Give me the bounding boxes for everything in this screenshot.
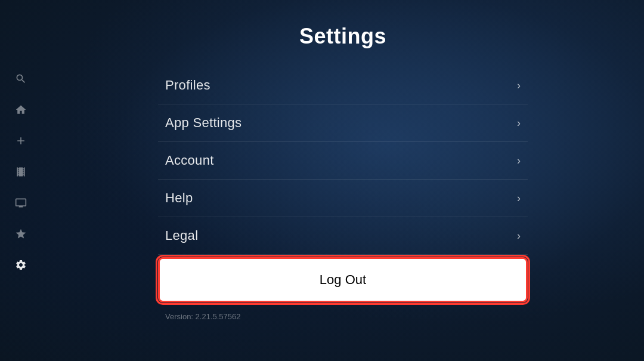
search-icon[interactable] xyxy=(14,72,28,86)
help-menu-item[interactable]: Help › xyxy=(158,180,528,217)
account-label: Account xyxy=(165,153,214,168)
legal-chevron: › xyxy=(517,230,521,242)
legal-label: Legal xyxy=(165,228,198,243)
main-content: Settings Profiles › App Settings › Accou… xyxy=(42,0,644,361)
page-title: Settings xyxy=(299,24,386,49)
tv-icon[interactable] xyxy=(14,196,28,210)
logout-button[interactable]: Log Out xyxy=(158,257,528,303)
profiles-chevron: › xyxy=(517,79,521,92)
settings-menu: Profiles › App Settings › Account › Help… xyxy=(158,67,528,321)
sidebar xyxy=(0,0,42,361)
add-icon[interactable] xyxy=(14,134,28,148)
help-chevron: › xyxy=(517,192,521,205)
help-label: Help xyxy=(165,190,193,206)
movies-icon[interactable] xyxy=(14,165,28,179)
app-settings-label: App Settings xyxy=(165,115,242,131)
app-settings-chevron: › xyxy=(517,117,521,129)
settings-icon[interactable] xyxy=(14,258,28,272)
favorites-icon[interactable] xyxy=(14,227,28,241)
home-icon[interactable] xyxy=(14,103,28,117)
account-menu-item[interactable]: Account › xyxy=(158,142,528,180)
app-settings-menu-item[interactable]: App Settings › xyxy=(158,104,528,142)
account-chevron: › xyxy=(517,155,521,167)
legal-menu-item[interactable]: Legal › xyxy=(158,217,528,255)
version-text: Version: 2.21.5.57562 xyxy=(165,312,241,321)
profiles-menu-item[interactable]: Profiles › xyxy=(158,67,528,104)
profiles-label: Profiles xyxy=(165,78,210,93)
